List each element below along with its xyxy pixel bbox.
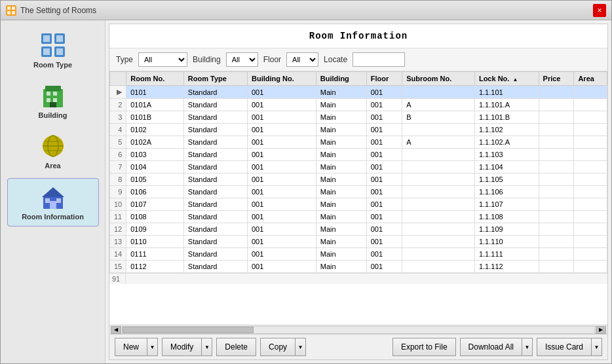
table-cell: 1.1.111 xyxy=(474,248,539,261)
table-cell xyxy=(402,236,475,248)
table-row[interactable]: 150112Standard001Main0011.1.112 xyxy=(110,261,607,273)
col-header-lock-no[interactable]: Lock No. ▲ xyxy=(474,72,539,86)
table-cell: Main xyxy=(316,99,366,111)
table-cell: 001 xyxy=(248,149,316,161)
close-button[interactable]: × xyxy=(593,4,606,17)
table-container[interactable]: Room No. Room Type Building No. Building… xyxy=(109,71,607,325)
table-cell: 0108 xyxy=(126,211,184,223)
table-cell: 001 xyxy=(366,211,402,223)
col-header-building-no[interactable]: Building No. xyxy=(248,72,316,86)
table-row[interactable]: 130110Standard001Main0011.1.110 xyxy=(110,236,607,248)
room-information-icon xyxy=(40,184,66,210)
table-cell: 1.1.101.A xyxy=(474,99,539,111)
svg-rect-27 xyxy=(45,198,50,203)
content-panel: Room Information Type All Standard Suite… xyxy=(109,24,608,360)
locate-label: Locate xyxy=(324,55,347,64)
modify-dropdown-arrow[interactable]: ▼ xyxy=(202,338,212,356)
table-cell: Standard xyxy=(183,86,247,99)
col-header-building[interactable]: Building xyxy=(316,72,366,86)
copy-button[interactable]: Copy xyxy=(260,338,296,356)
table-cell: Standard xyxy=(183,173,247,186)
download-dropdown-arrow[interactable]: ▼ xyxy=(522,338,533,356)
table-cell: 1.1.112 xyxy=(474,261,539,273)
sidebar-item-area[interactable]: Area xyxy=(7,128,99,175)
col-header-area[interactable]: Area xyxy=(574,72,607,86)
table-cell: 001 xyxy=(248,198,316,211)
scrollbar-thumb[interactable] xyxy=(123,327,254,333)
table-cell: Standard xyxy=(183,211,247,223)
building-icon xyxy=(40,82,66,109)
table-cell: Standard xyxy=(183,111,247,124)
new-dropdown-arrow[interactable]: ▼ xyxy=(147,338,158,356)
sidebar-item-room-type[interactable]: Room Type xyxy=(7,27,99,74)
building-select[interactable]: All 001 002 xyxy=(226,52,258,67)
sidebar-item-building[interactable]: Building xyxy=(7,77,99,124)
copy-dropdown-arrow[interactable]: ▼ xyxy=(296,338,306,356)
table-cell: 001 xyxy=(248,173,316,186)
col-header-room-no[interactable]: Room No. xyxy=(126,72,184,86)
table-row[interactable]: 100107Standard001Main0011.1.107 xyxy=(110,198,607,211)
table-cell: 001 xyxy=(366,124,402,136)
table-cell: 0104 xyxy=(126,161,184,173)
table-cell xyxy=(574,149,607,161)
table-cell: 001 xyxy=(248,211,316,223)
sidebar: Room Type Building xyxy=(1,20,105,363)
new-button[interactable]: New xyxy=(115,338,147,356)
table-cell xyxy=(574,223,607,236)
table-cell: Main xyxy=(316,124,366,136)
col-header-floor[interactable]: Floor xyxy=(366,72,402,86)
table-row[interactable]: 110108Standard001Main0011.1.108 xyxy=(110,211,607,223)
issue-dropdown-arrow[interactable]: ▼ xyxy=(592,338,602,356)
issue-card-button[interactable]: Issue Card xyxy=(537,338,592,356)
table-cell: 13 xyxy=(110,236,126,248)
table-row[interactable]: ▶0101Standard001Main0011.1.101 xyxy=(110,86,607,99)
table-cell: Standard xyxy=(183,223,247,236)
floor-select[interactable]: All 001 002 003 xyxy=(286,52,318,67)
download-button[interactable]: Download All xyxy=(460,338,522,356)
locate-input[interactable] xyxy=(353,52,405,67)
table-cell: 001 xyxy=(248,186,316,198)
table-cell: 1.1.101.B xyxy=(474,111,539,124)
scroll-right-btn[interactable]: ▶ xyxy=(596,326,606,334)
table-cell: 3 xyxy=(110,111,126,124)
col-header-price[interactable]: Price xyxy=(539,72,574,86)
table-row[interactable]: 80105Standard001Main0011.1.105 xyxy=(110,173,607,186)
table-cell: 14 xyxy=(110,248,126,261)
col-header-subroom-no[interactable]: Subroom No. xyxy=(402,72,475,86)
table-cell xyxy=(402,248,475,261)
table-row[interactable]: 140111Standard001Main0011.1.111 xyxy=(110,248,607,261)
scrollbar-track[interactable] xyxy=(122,326,595,334)
delete-button[interactable]: Delete xyxy=(216,338,256,356)
table-cell: A xyxy=(402,136,475,149)
horizontal-scrollbar[interactable]: ◀ ▶ xyxy=(109,325,607,334)
table-row[interactable]: 70104Standard001Main0011.1.104 xyxy=(110,161,607,173)
table-cell: Standard xyxy=(183,136,247,149)
table-cell xyxy=(539,161,574,173)
table-cell: 5 xyxy=(110,136,126,149)
table-cell xyxy=(539,86,574,99)
table-cell xyxy=(402,186,475,198)
table-cell xyxy=(574,198,607,211)
modify-button[interactable]: Modify xyxy=(162,338,202,356)
table-cell: Main xyxy=(316,236,366,248)
table-cell: Standard xyxy=(183,124,247,136)
table-cell xyxy=(402,86,475,99)
export-button[interactable]: Export to File xyxy=(392,338,456,356)
table-cell: 001 xyxy=(366,236,402,248)
table-row[interactable]: 20101AStandard001Main001A1.1.101.A xyxy=(110,99,607,111)
table-row[interactable]: 40102Standard001Main0011.1.102 xyxy=(110,124,607,136)
table-row[interactable]: 60103Standard001Main0011.1.103 xyxy=(110,149,607,161)
type-select[interactable]: All Standard Suite Deluxe xyxy=(138,52,187,67)
scroll-left-btn[interactable]: ◀ xyxy=(111,326,121,334)
table-row[interactable]: 90106Standard001Main0011.1.106 xyxy=(110,186,607,198)
table-cell: Main xyxy=(316,261,366,273)
col-header-room-type[interactable]: Room Type xyxy=(183,72,247,86)
table-row[interactable]: 120109Standard001Main0011.1.109 xyxy=(110,223,607,236)
sidebar-item-room-information[interactable]: Room Information xyxy=(7,178,99,227)
table-cell: 001 xyxy=(366,248,402,261)
table-row[interactable]: 30101BStandard001Main001B1.1.101.B xyxy=(110,111,607,124)
svg-rect-2 xyxy=(7,11,10,14)
sort-arrow: ▲ xyxy=(512,77,518,82)
table-cell xyxy=(574,236,607,248)
table-row[interactable]: 50102AStandard001Main001A1.1.102.A xyxy=(110,136,607,149)
